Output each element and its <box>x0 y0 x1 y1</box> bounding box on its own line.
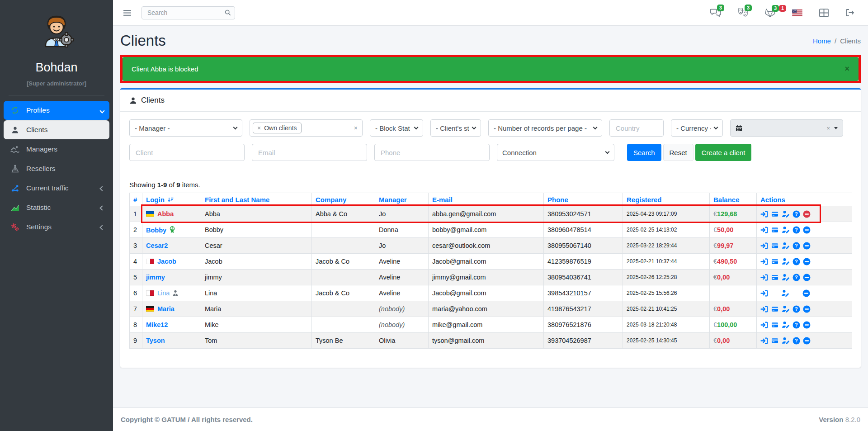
help-action-icon[interactable]: ? <box>793 242 800 250</box>
help-action-icon[interactable]: ? <box>793 274 800 281</box>
menu-toggle-icon[interactable] <box>123 9 132 16</box>
card-action-icon[interactable] <box>771 242 779 249</box>
client-login-link[interactable]: Bobby <box>146 227 166 234</box>
chip-remove-icon[interactable]: × <box>257 125 261 131</box>
grid-icon[interactable] <box>819 9 829 17</box>
sidebar-item-statistic[interactable]: Statistic <box>4 198 109 217</box>
user-edit-action-icon[interactable] <box>781 289 789 297</box>
user-edit-action-icon[interactable] <box>782 337 790 344</box>
user-edit-action-icon[interactable] <box>782 258 790 265</box>
email-filter[interactable] <box>252 144 367 161</box>
ban-action-icon[interactable] <box>803 258 811 265</box>
sign-in-action-icon[interactable] <box>760 289 768 297</box>
client-login-link[interactable]: Tyson <box>146 337 165 344</box>
reset-button[interactable]: Reset <box>663 144 693 161</box>
sign-in-action-icon[interactable] <box>760 242 768 250</box>
alert-close-icon[interactable]: × <box>844 64 849 74</box>
sort-icon[interactable] <box>167 197 174 203</box>
logout-icon[interactable] <box>845 9 854 17</box>
help-action-icon[interactable]: ? <box>793 305 800 313</box>
ban-action-icon[interactable] <box>803 321 811 329</box>
client-login-link[interactable]: Jacob <box>157 258 176 265</box>
help-action-icon[interactable]: ? <box>793 258 800 265</box>
phone-filter-input[interactable] <box>380 148 484 157</box>
client-login-link[interactable]: Mike12 <box>146 321 168 328</box>
row-number-cell: 1 <box>130 206 142 222</box>
ban-action-icon[interactable] <box>803 305 811 313</box>
sign-in-action-icon[interactable] <box>760 210 768 218</box>
ban-action-icon[interactable] <box>803 274 811 281</box>
records-per-page-filter[interactable]: - Number of records per page - <box>488 119 602 137</box>
masks-icon[interactable]: 3 <box>738 8 748 17</box>
sidebar-item-managers[interactable]: Managers <box>4 140 109 159</box>
user-edit-action-icon[interactable] <box>782 305 790 313</box>
help-action-icon[interactable]: ? <box>793 210 800 218</box>
country-filter-input[interactable] <box>615 124 658 133</box>
login-cell: Tyson <box>142 333 201 349</box>
user-edit-action-icon[interactable] <box>782 274 790 281</box>
search-button[interactable]: Search <box>627 144 661 161</box>
chat-icon[interactable]: 3 <box>710 8 721 17</box>
card-action-icon[interactable] <box>771 322 779 328</box>
help-action-icon[interactable]: ? <box>793 226 800 234</box>
phone-filter[interactable] <box>374 144 490 161</box>
client-login-link[interactable]: jimmy <box>146 274 165 281</box>
user-avatar[interactable] <box>35 10 78 53</box>
fox-icon[interactable]: 31 <box>765 9 775 17</box>
balance-value: 0,00 <box>717 305 730 313</box>
client-filter[interactable] <box>129 144 245 161</box>
search-icon[interactable] <box>225 9 231 16</box>
sidebar-item-clients[interactable]: Clients <box>4 120 109 139</box>
sidebar-item-profiles[interactable]: Profiles <box>4 101 109 120</box>
create-client-button[interactable]: Create a client <box>695 144 752 161</box>
user-edit-action-icon[interactable] <box>782 242 790 249</box>
sign-in-action-icon[interactable] <box>760 337 768 345</box>
card-action-icon[interactable] <box>771 274 779 281</box>
ban-action-icon[interactable] <box>803 226 811 234</box>
client-login-link[interactable]: Maria <box>157 305 175 313</box>
connection-filter[interactable]: Connection <box>497 144 614 161</box>
card-action-icon[interactable] <box>771 337 779 344</box>
ban-action-icon[interactable] <box>803 337 811 345</box>
us-flag-icon[interactable] <box>792 9 802 16</box>
help-action-icon[interactable]: ? <box>793 337 800 345</box>
sign-in-action-icon[interactable] <box>760 258 768 265</box>
breadcrumb-home-link[interactable]: Home <box>813 37 831 45</box>
help-action-icon[interactable]: ? <box>793 321 800 329</box>
email-filter-input[interactable] <box>257 148 362 157</box>
block-status-filter[interactable]: - Block Stat <box>370 119 423 137</box>
ban-action-icon[interactable] <box>803 210 811 218</box>
client-status-filter[interactable]: - Client's st <box>430 119 481 137</box>
sign-in-action-icon[interactable] <box>760 226 768 234</box>
client-login-link[interactable]: Cesar2 <box>146 242 168 249</box>
card-action-icon[interactable] <box>771 227 779 233</box>
card-action-icon[interactable] <box>771 258 779 265</box>
sign-in-action-icon[interactable] <box>760 274 768 281</box>
selected-tag-chip[interactable]: ×Own clients <box>253 123 302 133</box>
user-name[interactable]: Bohdan <box>35 61 77 75</box>
client-login-link[interactable]: Abba <box>157 210 174 218</box>
search-box[interactable] <box>142 6 235 19</box>
search-input[interactable] <box>146 9 225 17</box>
sidebar-item-resellers[interactable]: Resellers <box>4 159 109 178</box>
country-filter[interactable] <box>609 119 664 137</box>
card-action-icon[interactable] <box>771 306 779 313</box>
user-edit-action-icon[interactable] <box>782 226 790 233</box>
client-login-link[interactable]: Lina <box>157 289 170 297</box>
sign-in-action-icon[interactable] <box>760 305 768 313</box>
card-action-icon[interactable] <box>771 211 779 218</box>
ban-action-icon[interactable] <box>802 289 810 297</box>
user-edit-action-icon[interactable] <box>782 321 790 328</box>
sidebar-item-settings[interactable]: Settings <box>4 218 109 237</box>
currency-filter[interactable]: - Currency - <box>671 119 723 137</box>
client-filter-input[interactable] <box>135 148 239 157</box>
own-clients-filter[interactable]: ×Own clients× <box>250 119 363 137</box>
user-edit-action-icon[interactable] <box>782 210 790 218</box>
date-filter[interactable]: × <box>730 119 843 137</box>
sidebar-item-current-traffic[interactable]: Current traffic <box>4 179 109 198</box>
clear-date-icon[interactable]: × <box>826 125 830 131</box>
sign-in-action-icon[interactable] <box>760 321 768 329</box>
ban-action-icon[interactable] <box>803 242 811 250</box>
manager-filter[interactable]: - Manager - <box>129 119 242 137</box>
clear-filter-icon[interactable]: × <box>354 125 358 131</box>
